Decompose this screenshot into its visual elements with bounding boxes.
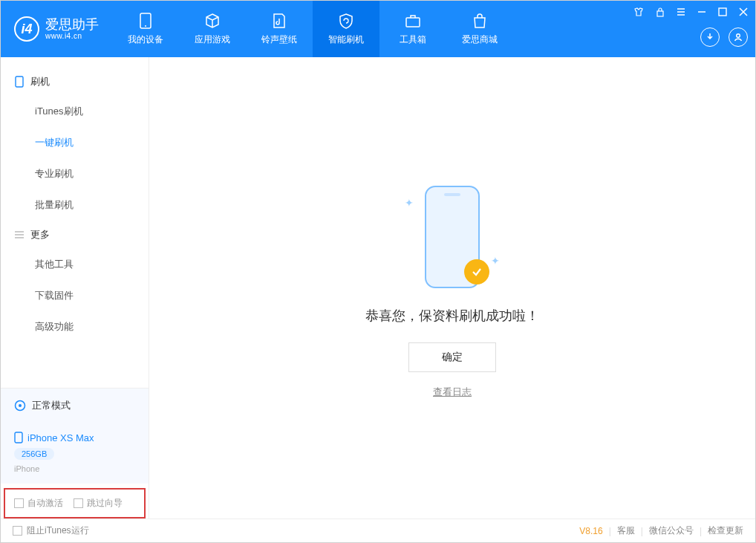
bag-icon	[470, 13, 489, 29]
tab-my-device[interactable]: 我的设备	[112, 1, 179, 57]
sparkle-icon: ✦	[491, 255, 500, 267]
device-info[interactable]: iPhone XS Max 256GB iPhone	[1, 423, 149, 484]
window-controls	[633, 7, 748, 17]
briefcase-icon	[403, 13, 423, 29]
checkbox-skip-guide[interactable]: 跳过向导	[74, 497, 123, 510]
sidebar-item-download-firmware[interactable]: 下载固件	[1, 280, 149, 311]
tab-store[interactable]: 爱思商城	[446, 1, 513, 57]
phone-small-icon	[14, 432, 23, 443]
checkbox-block-itunes[interactable]: 阻止iTunes运行	[13, 524, 89, 537]
close-button[interactable]	[739, 7, 748, 16]
support-link[interactable]: 客服	[617, 524, 635, 537]
svg-rect-4	[719, 8, 726, 16]
sidebar-group-more: 更多	[1, 221, 149, 249]
list-icon	[14, 230, 25, 240]
flash-options-highlight: 自动激活 跳过向导	[4, 488, 146, 518]
svg-rect-9	[15, 432, 22, 443]
app-logo: i4 爱思助手 www.i4.cn	[1, 16, 112, 42]
app-subtitle: www.i4.cn	[45, 32, 99, 40]
tab-label: 应用游戏	[195, 33, 230, 46]
device-storage-badge: 256GB	[14, 448, 54, 460]
success-check-icon	[464, 259, 489, 284]
svg-rect-2	[406, 18, 420, 27]
sidebar-group-flash: 刷机	[1, 68, 149, 96]
sidebar-item-pro-flash[interactable]: 专业刷机	[1, 158, 149, 189]
device-icon	[14, 77, 25, 87]
user-button[interactable]	[729, 27, 748, 47]
phone-icon	[136, 13, 155, 29]
sidebar-item-batch-flash[interactable]: 批量刷机	[1, 189, 149, 221]
music-file-icon	[270, 13, 289, 29]
tab-ringtones[interactable]: 铃声壁纸	[246, 1, 313, 57]
cube-icon	[203, 13, 222, 29]
shield-refresh-icon	[336, 13, 356, 29]
tab-label: 爱思商城	[462, 33, 498, 46]
check-update-link[interactable]: 检查更新	[708, 524, 743, 537]
minimize-button[interactable]	[697, 7, 706, 16]
svg-rect-6	[16, 77, 23, 87]
success-message: 恭喜您，保资料刷机成功啦！	[365, 307, 539, 325]
device-mode-label: 正常模式	[32, 399, 71, 412]
svg-point-1	[145, 25, 146, 27]
sidebar-item-other-tools[interactable]: 其他工具	[1, 249, 149, 280]
main-tabs: 我的设备 应用游戏 铃声壁纸 智能刷机 工具箱 爱思商城	[112, 1, 513, 57]
tab-toolbox[interactable]: 工具箱	[379, 1, 446, 57]
download-button[interactable]	[700, 27, 720, 47]
status-bar: 阻止iTunes运行 V8.16 | 客服 | 微信公众号 | 检查更新	[1, 518, 755, 542]
app-title: 爱思助手	[45, 18, 99, 33]
sidebar-item-advanced[interactable]: 高级功能	[1, 311, 149, 342]
version-label: V8.16	[579, 526, 602, 536]
success-illustration: ✦ ✦	[385, 178, 519, 296]
svg-rect-3	[657, 11, 663, 16]
menu-icon[interactable]	[677, 7, 685, 16]
device-type-label: iPhone	[14, 464, 135, 473]
mode-icon	[14, 400, 26, 412]
sidebar-item-onekey-flash[interactable]: 一键刷机	[1, 127, 149, 158]
sidebar-item-itunes-flash[interactable]: iTunes刷机	[1, 96, 149, 127]
maximize-button[interactable]	[718, 7, 727, 16]
shirt-icon[interactable]	[633, 7, 644, 17]
tab-label: 工具箱	[400, 33, 426, 46]
sparkle-icon: ✦	[405, 197, 414, 209]
svg-point-8	[19, 404, 22, 407]
device-mode-row[interactable]: 正常模式	[1, 388, 149, 423]
sidebar: 刷机 iTunes刷机 一键刷机 专业刷机 批量刷机 更多 其他工具 下载固件 …	[1, 57, 149, 518]
logo-icon: i4	[14, 16, 39, 42]
tab-label: 智能刷机	[328, 33, 364, 46]
ok-button[interactable]: 确定	[408, 342, 496, 372]
tab-smart-flash[interactable]: 智能刷机	[313, 1, 379, 57]
app-header: i4 爱思助手 www.i4.cn 我的设备 应用游戏 铃声壁纸 智能刷机 工具…	[1, 1, 755, 57]
tab-label: 我的设备	[128, 33, 163, 46]
device-name-label: iPhone XS Max	[27, 432, 94, 443]
tab-apps[interactable]: 应用游戏	[179, 1, 246, 57]
tab-label: 铃声壁纸	[261, 33, 297, 46]
checkbox-auto-activate[interactable]: 自动激活	[14, 497, 63, 510]
wechat-link[interactable]: 微信公众号	[649, 524, 694, 537]
lock-icon[interactable]	[656, 7, 665, 17]
svg-point-5	[737, 34, 740, 38]
main-content: ✦ ✦ 恭喜您，保资料刷机成功啦！ 确定 查看日志	[149, 57, 755, 518]
view-log-link[interactable]: 查看日志	[433, 386, 472, 399]
